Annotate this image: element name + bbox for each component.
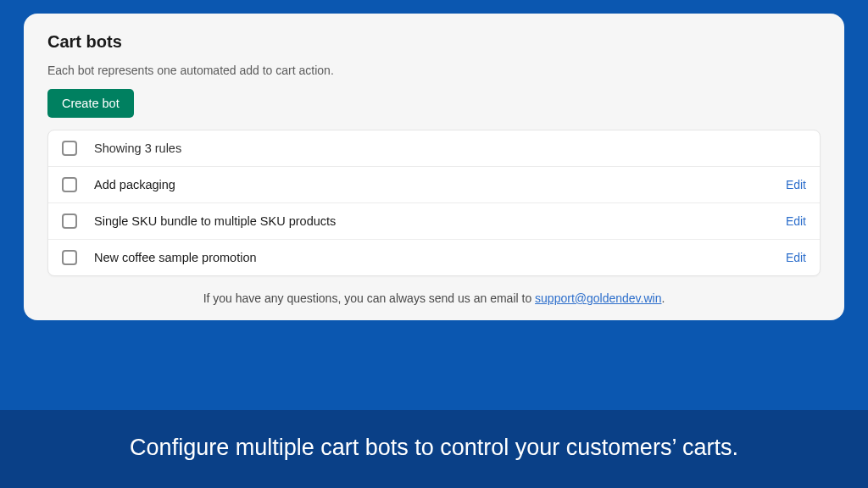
rule-label: Single SKU bundle to multiple SKU produc… xyxy=(94,214,786,228)
edit-link[interactable]: Edit xyxy=(786,214,806,228)
rule-label: Add packaging xyxy=(94,178,786,191)
rule-checkbox[interactable] xyxy=(62,214,77,229)
footer-prefix: If you have any questions, you can alway… xyxy=(203,291,535,305)
rule-checkbox[interactable] xyxy=(62,177,77,192)
panel-description: Each bot represents one automated add to… xyxy=(47,64,821,77)
edit-link[interactable]: Edit xyxy=(786,251,806,264)
select-all-checkbox[interactable] xyxy=(62,141,77,156)
edit-link[interactable]: Edit xyxy=(786,178,806,191)
rules-list: Showing 3 rules Add packaging Edit Singl… xyxy=(47,130,821,276)
rule-checkbox[interactable] xyxy=(62,250,77,265)
footer-note: If you have any questions, you can alway… xyxy=(47,291,821,305)
rule-label: New coffee sample promotion xyxy=(94,251,786,264)
list-header-row: Showing 3 rules xyxy=(48,130,820,167)
list-header-text: Showing 3 rules xyxy=(94,141,806,155)
rule-row: Add packaging Edit xyxy=(48,167,820,203)
rule-row: New coffee sample promotion Edit xyxy=(48,240,820,275)
support-email-link[interactable]: support@goldendev.win xyxy=(535,291,661,305)
rule-row: Single SKU bundle to multiple SKU produc… xyxy=(48,203,820,240)
footer-suffix: . xyxy=(661,291,665,305)
create-bot-button[interactable]: Create bot xyxy=(47,89,134,118)
page-title: Cart bots xyxy=(47,32,821,52)
marketing-banner: Configure multiple cart bots to control … xyxy=(0,410,868,488)
cart-bots-panel: Cart bots Each bot represents one automa… xyxy=(24,14,844,320)
